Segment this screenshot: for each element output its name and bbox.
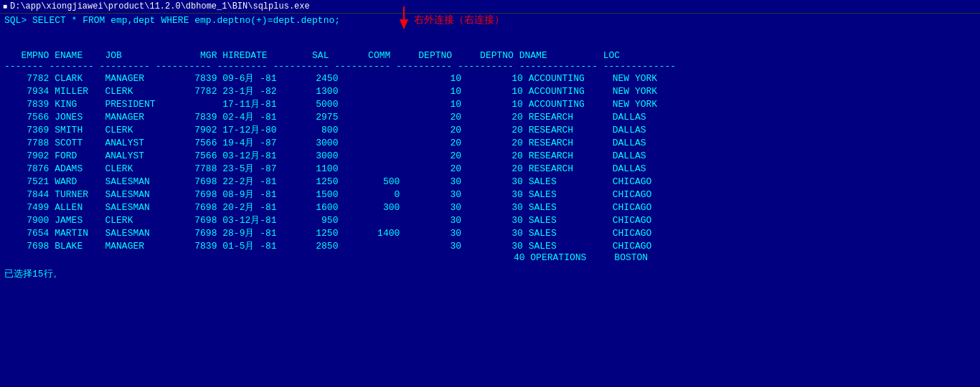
table-row: 7900 JAMES CLERK 7698 03-12月-81 950 30 3…: [4, 214, 976, 226]
table-row: 7934 MILLER CLERK 7782 23-1月 -82 1300 10…: [4, 85, 976, 97]
window-icon: ■: [3, 3, 7, 11]
table-row: 7788 SCOTT ANALYST 7566 19-4月 -87 3000 2…: [4, 136, 976, 149]
table-row: 7698 BLAKE MANAGER 7839 01-5月 -81 2850 3…: [4, 239, 976, 252]
table-row: 7844 TURNER SALESMAN 7698 08-9月 -81 1500…: [4, 188, 976, 201]
title-bar: ■ D:\app\xiongjiawei\product\11.2.0\dbho…: [0, 0, 980, 14]
table-row: 7566 JONES MANAGER 7839 02-4月 -81 2975 2…: [4, 110, 976, 123]
table-row: 7521 WARD SALESMAN 7698 22-2月 -81 1250 5…: [4, 175, 976, 188]
table-divider: ------- -------- --------- ---------- --…: [4, 61, 976, 72]
table-rows-container: 7782 CLARK MANAGER 7839 09-6月 -81 2450 1…: [4, 72, 976, 263]
table-row: 7839 KING PRESIDENT 17-11月-81 5000 10 10…: [4, 97, 976, 110]
table-row: 7902 FORD ANALYST 7566 03-12月-81 3000 20…: [4, 149, 976, 162]
main-content: SQL> SELECT * FROM emp,dept WHERE emp.de…: [0, 14, 980, 282]
sql-query: SQL> SELECT * FROM emp,dept WHERE emp.de…: [4, 15, 976, 26]
status-line: 已选择15行。: [4, 267, 976, 280]
table-row: 7499 ALLEN SALESMAN 7698 20-2月 -81 1600 …: [4, 201, 976, 214]
table-row: 7654 MARTIN SALESMAN 7698 28-9月 -81 1250…: [4, 226, 976, 239]
table-header: EMPNO ENAME JOB MGR HIREDATE SAL COMM DE…: [4, 50, 976, 61]
table-row: 7876 ADAMS CLERK 7788 23-5月 -87 1100 20 …: [4, 162, 976, 175]
table-row: 7369 SMITH CLERK 7902 17-12月-80 800 20 2…: [4, 123, 976, 136]
table-row: 40 OPERATIONS BOSTON: [4, 252, 976, 263]
title-path: D:\app\xiongjiawei\product\11.2.0\dbhome…: [10, 1, 310, 11]
table-row: 7782 CLARK MANAGER 7839 09-6月 -81 2450 1…: [4, 72, 976, 85]
sql-prompt-area: SQL> SELECT * FROM emp,dept WHERE emp.de…: [4, 15, 976, 26]
